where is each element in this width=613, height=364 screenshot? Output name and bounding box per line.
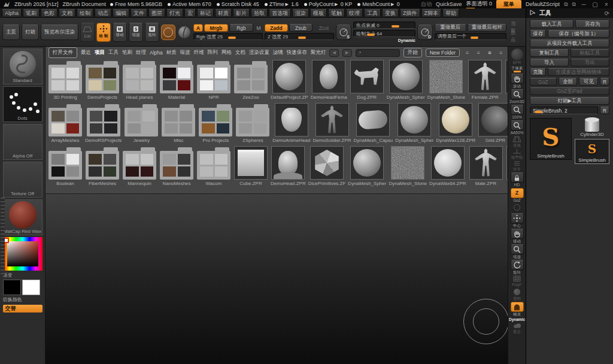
lightbox-item[interactable]: DynaMesh_Capsu: [354, 103, 393, 144]
shelf-HD-button[interactable]: HD: [511, 172, 524, 187]
tool-name-slider[interactable]: SimpleBrush. 2: [530, 107, 598, 114]
zadd-button[interactable]: Zadd: [265, 24, 288, 32]
lightbox-item[interactable]: ZeeZoo: [233, 60, 268, 101]
lightbox-item[interactable]: DynaMesh_Spher: [348, 146, 386, 187]
lightbox-item[interactable]: Grid.ZPR: [478, 103, 508, 144]
shelf-透视-button[interactable]: 透视: [512, 136, 521, 147]
lightbox-item[interactable]: DynaWax64.ZPR: [429, 146, 466, 187]
sculptris-pro-button[interactable]: S: [336, 25, 351, 40]
lightbox-tab-噪波[interactable]: 噪波: [180, 49, 190, 56]
lightbox-tab-阵列[interactable]: 阵列: [208, 49, 218, 56]
tool-R-button[interactable]: R: [600, 78, 609, 86]
menu-item-Alpha[interactable]: Alpha: [2, 9, 22, 17]
view-size-icon[interactable]: ≡: [463, 50, 471, 56]
lightbox-item[interactable]: DemoRSProjects: [85, 103, 122, 144]
tray-handle[interactable]: [1, 198, 5, 275]
tool-r-button[interactable]: R: [600, 107, 609, 114]
mrgb-button[interactable]: Mrgb: [204, 24, 228, 32]
lightbox-tab-纤维[interactable]: 纤维: [194, 49, 204, 56]
tool-导出-button[interactable]: 导出: [570, 59, 609, 66]
menu-item-灯光[interactable]: 灯光: [166, 9, 183, 17]
sidebar-brush-tile[interactable]: Standard: [3, 48, 43, 84]
new-folder-button[interactable]: New Folder: [426, 48, 460, 57]
draw-size-slider[interactable]: 绘制大小 64: [353, 30, 415, 37]
home-button[interactable]: 主页: [2, 25, 20, 40]
current-tool-thumbnail[interactable]: SSimpleBrush: [530, 118, 572, 160]
lightbox-item[interactable]: Pro Projects: [198, 103, 233, 144]
lightbox-item[interactable]: DynaMesh_Stone: [427, 60, 466, 101]
lightbox-tab-滤镜[interactable]: 滤镜: [273, 49, 283, 56]
tool-粘贴工具-button[interactable]: 粘贴工具: [570, 49, 609, 57]
menu-item-图层[interactable]: 图层: [148, 9, 165, 17]
lightbox-item[interactable]: Male.ZPR: [469, 146, 503, 187]
next-page-button[interactable]: ▶: [342, 49, 352, 57]
menu-item-色彩[interactable]: 色彩: [41, 9, 57, 17]
restore-icon[interactable]: ▢: [591, 1, 599, 8]
lightbox-item[interactable]: DemoAnimeHead: [272, 103, 310, 144]
lightbox-button[interactable]: 灯箱: [22, 25, 39, 40]
shelf-透明-button[interactable]: 透明: [513, 288, 521, 301]
menu-item-材质[interactable]: 材质: [215, 9, 232, 17]
lightbox-item[interactable]: DemoHeadFema: [311, 60, 347, 101]
menu-item-动态[interactable]: 动态: [95, 9, 111, 17]
tool-cylinder3d-item[interactable]: Cylinder3D: [575, 118, 609, 137]
menu-item-笔触[interactable]: 笔触: [328, 9, 345, 17]
shelf-GoZ-button[interactable]: ZGoZ: [511, 188, 524, 202]
panel-right-icon[interactable]: ⧉: [572, 1, 576, 8]
tool-保存-button[interactable]: 保存: [530, 30, 546, 38]
zscript-label[interactable]: DefaultZScript: [526, 1, 560, 7]
edit-button[interactable]: Edit: [80, 23, 95, 42]
replay-last-relative-button[interactable]: 重做最后相对: [468, 24, 506, 32]
preview-boolean-button[interactable]: 预览布尔渲染: [41, 25, 78, 40]
shelf-Dynamic-button[interactable]: Dynamic: [509, 317, 525, 321]
lightbox-tab-材质[interactable]: 材质: [166, 49, 177, 56]
lightbox-item[interactable]: Female.ZPR: [468, 60, 502, 101]
lightbox-item[interactable]: Misc: [161, 103, 196, 144]
menu-item-宏[interactable]: 宏: [184, 9, 196, 17]
reset-icon[interactable]: ⟳: [605, 10, 609, 17]
menu-item-影片[interactable]: 影片: [233, 9, 250, 17]
open-file-button[interactable]: 打开文件: [48, 47, 77, 58]
lightbox-item[interactable]: Material: [159, 60, 194, 101]
shelf-孤立-button[interactable]: 孤立: [513, 323, 521, 333]
shelf-移动-button[interactable]: 移动: [511, 229, 524, 243]
sidebar-stroke-tile[interactable]: Dots: [3, 86, 43, 122]
a-button[interactable]: A: [193, 24, 203, 32]
lightbox-tab-笔刷[interactable]: 笔刷: [122, 49, 132, 56]
tool-simplebrush-item[interactable]: SSimpleBrush: [575, 139, 609, 164]
lightbox-item[interactable]: NPR: [196, 60, 231, 101]
lightbox-tab-网格[interactable]: 网格: [221, 49, 232, 56]
menu-item-Z插件[interactable]: Z插件: [400, 9, 420, 17]
tool-导入-button[interactable]: 导入: [530, 59, 569, 66]
lightbox-tab-最近[interactable]: 最近: [81, 49, 91, 56]
material-sphere-button[interactable]: [177, 25, 192, 40]
menu-item-变换[interactable]: 变换: [382, 9, 399, 17]
menu-item-Z脚本[interactable]: Z脚本: [421, 9, 442, 17]
minimize-icon[interactable]: ─: [580, 1, 587, 8]
menu-item-文件[interactable]: 文件: [131, 9, 147, 17]
lightbox-tab-工具[interactable]: 工具: [108, 49, 119, 56]
ui-opacity-slider[interactable]: 界面透明 0: [466, 0, 493, 9]
lightbox-item[interactable]: DynaMesh_Stone: [389, 146, 427, 187]
tool-全部-button[interactable]: 全部: [559, 78, 578, 86]
tool-保存（编号加 1）-button[interactable]: 保存（编号加 1）: [548, 30, 609, 38]
document-canvas[interactable]: 打开文件最近项目工具笔刷纹理Alpha材质噪波纤维阵列网格文档渲染设置滤镜快速保…: [45, 47, 508, 364]
quicksave-button[interactable]: QuickSave: [436, 1, 462, 7]
draw-button[interactable]: 绘 制: [96, 23, 111, 42]
menu-item-渲染[interactable]: 渲染: [292, 9, 309, 17]
tool-GoZ-button[interactable]: GoZ: [530, 78, 557, 86]
tool-载入工具-button[interactable]: 载入工具: [530, 20, 573, 28]
sidebar-material-tile[interactable]: MatCap Red Wax: [3, 199, 43, 235]
menu-item-拾取[interactable]: 拾取: [251, 9, 268, 17]
lightbox-tab-项目[interactable]: 项目: [95, 49, 105, 56]
lightbox-item[interactable]: DynaWax128.ZPR: [436, 103, 475, 144]
dynamic-size-button[interactable]: D: [417, 25, 433, 40]
rgb-button[interactable]: Rgb: [229, 24, 253, 32]
rgb-intensity-slider[interactable]: Rgb 强度 25: [193, 33, 263, 40]
lightbox-tab-纹理[interactable]: 纹理: [136, 49, 146, 56]
lightbox-item[interactable]: Cube.ZPR: [233, 146, 268, 187]
tool-可见-button[interactable]: 可见: [579, 78, 598, 86]
lightbox-item[interactable]: DemoProjects: [85, 60, 120, 101]
menu-item-纹理[interactable]: 纹理: [346, 9, 363, 17]
shelf-中心-button[interactable]: 中心: [511, 213, 524, 228]
